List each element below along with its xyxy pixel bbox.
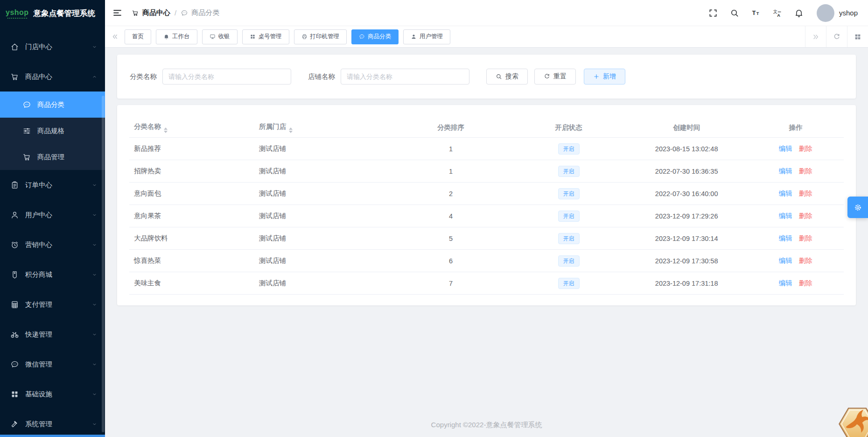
tab-printer-manage[interactable]: 打印机管理 [294, 29, 347, 44]
sidebar-item-points-mall[interactable]: 积分商城 [0, 260, 105, 289]
sidebar-scrollbar[interactable] [102, 96, 105, 432]
delete-link[interactable]: 删除 [799, 257, 812, 264]
translate-icon[interactable]: 文A [773, 8, 782, 18]
tab-table-manage[interactable]: 桌号管理 [242, 29, 289, 44]
sort-desc-icon[interactable] [164, 131, 168, 133]
cell-created-time: 2023-12-09 17:30:58 [626, 250, 747, 272]
category-table-panel: 分类名称所属门店分类排序开启状态创建时间操作 新品推荐测试店铺1开启2023-0… [117, 105, 856, 305]
cell-store-name: 测试店铺 [254, 250, 390, 272]
edit-link[interactable]: 编辑 [779, 190, 792, 197]
cell-category-name: 美味主食 [129, 272, 254, 295]
home-icon [10, 42, 19, 51]
tab-user-manage[interactable]: 用户管理 [403, 29, 450, 44]
edit-link[interactable]: 编辑 [779, 167, 792, 175]
delete-link[interactable]: 删除 [799, 212, 812, 219]
layout-options-button[interactable] [847, 26, 868, 47]
sidebar-item-infrastructure[interactable]: 基础设施 [0, 379, 105, 409]
bell-icon[interactable] [794, 8, 804, 18]
tab-cashier[interactable]: 收银 [202, 29, 238, 44]
edit-link[interactable]: 编辑 [779, 234, 792, 242]
sidebar-item-marketing-center[interactable]: 营销中心 [0, 230, 105, 260]
status-badge: 开启 [558, 233, 580, 244]
store-name-input[interactable] [341, 69, 469, 85]
delete-link[interactable]: 删除 [799, 279, 812, 287]
tab-label: 桌号管理 [259, 33, 282, 41]
add-button[interactable]: 新增 [584, 69, 625, 85]
cell-store-name: 测试店铺 [254, 138, 390, 160]
tab-workbench[interactable]: 工作台 [156, 29, 197, 44]
status-badge: 开启 [558, 255, 580, 267]
cell-actions: 编辑删除 [747, 272, 844, 295]
category-name-input[interactable] [162, 69, 291, 85]
sidebar-item-product-center[interactable]: 商品中心 [0, 62, 105, 92]
sidebar-item-label: 用户中心 [25, 211, 91, 219]
cell-store-name: 测试店铺 [254, 272, 390, 295]
tab-home[interactable]: 首页 [125, 29, 151, 44]
cell-status: 开启 [511, 160, 626, 183]
cart-icon [10, 72, 19, 81]
sidebar-item-store-center[interactable]: 门店中心 [0, 32, 105, 62]
hammer-icon [10, 420, 19, 429]
top-header: 商品中心 / 商品分类 TT 文A yshop [105, 0, 868, 26]
column-header-1[interactable]: 所属门店 [254, 118, 390, 138]
chevron-down-icon [91, 391, 98, 397]
refresh-tab-button[interactable] [826, 26, 847, 47]
cell-sort-order: 1 [390, 138, 511, 160]
delete-link[interactable]: 删除 [799, 145, 812, 152]
sidebar-item-label: 支付管理 [25, 300, 91, 309]
delete-link[interactable]: 删除 [799, 234, 812, 242]
reset-button[interactable]: 重置 [534, 69, 576, 85]
table-row: 惊喜热菜测试店铺6开启2023-12-09 17:30:58编辑删除 [129, 250, 844, 272]
svg-text:A: A [777, 13, 780, 17]
sidebar-item-label: 订单中心 [25, 181, 91, 190]
sidebar-item-system-manage[interactable]: 系统管理 [0, 409, 105, 437]
edit-link[interactable]: 编辑 [779, 279, 792, 287]
delete-link[interactable]: 删除 [799, 167, 812, 175]
double-left-icon [112, 33, 119, 40]
category-table: 分类名称所属门店分类排序开启状态创建时间操作 新品推荐测试店铺1开启2023-0… [129, 118, 844, 295]
font-size-icon[interactable]: TT [751, 8, 761, 18]
chevron-down-icon [91, 302, 98, 308]
cell-category-name: 招牌热卖 [129, 160, 254, 183]
breadcrumb-section[interactable]: 商品中心 [132, 8, 170, 17]
sort-desc-icon[interactable] [289, 131, 293, 133]
cell-actions: 编辑删除 [747, 250, 844, 272]
sidebar-item-payment-manage[interactable]: 支付管理 [0, 289, 105, 319]
add-button-label: 新增 [603, 72, 616, 81]
sidebar-item-express-manage[interactable]: 快递管理 [0, 319, 105, 349]
sidebar-item-product-spec[interactable]: 商品规格 [0, 118, 105, 144]
tab-product-category[interactable]: 商品分类 [351, 29, 399, 44]
edit-link[interactable]: 编辑 [779, 145, 792, 152]
tabs-scroll-right-button[interactable] [805, 26, 826, 47]
sidebar-item-user-center[interactable]: 用户中心 [0, 200, 105, 230]
search-button[interactable]: 搜索 [486, 69, 528, 85]
footer-copyright: Copyright ©2022-意象点餐管理系统 [117, 414, 856, 437]
edit-link[interactable]: 编辑 [779, 212, 792, 219]
delete-link[interactable]: 删除 [799, 190, 812, 197]
plus-icon [593, 73, 600, 80]
cell-actions: 编辑删除 [747, 227, 844, 250]
sidebar-item-product-category[interactable]: 商品分类 [0, 92, 105, 118]
sidebar-item-wechat-manage[interactable]: 微信管理 [0, 349, 105, 379]
fullscreen-icon[interactable] [708, 8, 718, 18]
search-icon[interactable] [730, 8, 739, 18]
settings-button[interactable] [847, 197, 868, 218]
edit-link[interactable]: 编辑 [779, 257, 792, 264]
sort-asc-icon[interactable] [164, 127, 168, 130]
user-menu[interactable]: yshop [817, 4, 858, 22]
status-badge: 开启 [558, 278, 580, 289]
breadcrumb-section-label: 商品中心 [142, 8, 170, 17]
sort-carets[interactable] [289, 127, 293, 133]
sidebar-item-order-center[interactable]: 订单中心 [0, 170, 105, 200]
collapse-menu-icon[interactable] [112, 8, 122, 18]
sort-carets[interactable] [164, 127, 168, 133]
tabs-scroll-left-button[interactable] [105, 26, 125, 47]
sidebar-item-product-manage[interactable]: 商品管理 [0, 144, 105, 170]
chevron-down-icon [91, 361, 98, 367]
chevron-down-icon [91, 421, 98, 427]
sort-asc-icon[interactable] [289, 127, 293, 130]
chat-bubble-icon [359, 34, 365, 40]
chevron-down-icon [91, 272, 98, 278]
cell-sort-order: 1 [390, 160, 511, 183]
column-header-0[interactable]: 分类名称 [129, 118, 254, 138]
